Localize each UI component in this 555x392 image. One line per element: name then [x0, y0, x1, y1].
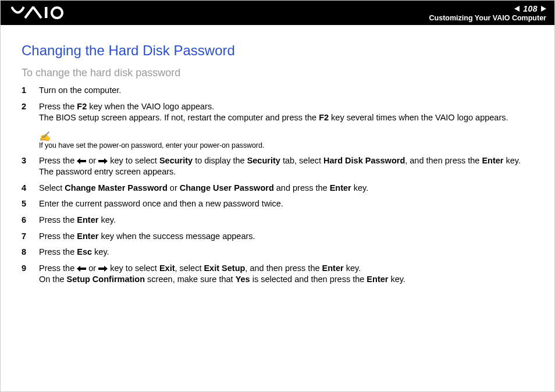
step-2: Press the F2 key when the VAIO logo appe… — [22, 101, 533, 129]
content-area: Changing the Hard Disk Password To chang… — [1, 25, 554, 290]
next-page-icon[interactable] — [541, 6, 546, 12]
header-bar: 108 Customizing Your VAIO Computer — [1, 1, 554, 25]
page-navigation: 108 — [429, 4, 546, 14]
prev-page-icon[interactable] — [514, 6, 520, 12]
section-title: Customizing Your VAIO Computer — [429, 14, 546, 23]
steps-list-cont: Press the or key to select Security to d… — [22, 155, 533, 290]
step-9: Press the or key to select Exit, select … — [22, 263, 533, 290]
note-icon: ✍ — [39, 132, 533, 141]
step-text: Turn on the computer. — [39, 85, 121, 95]
page-number: 108 — [523, 4, 538, 14]
step-6: Press the Enter key. — [22, 215, 533, 231]
arrow-right-icon — [98, 158, 108, 164]
arrow-left-icon — [77, 266, 86, 272]
step-3: Press the or key to select Security to d… — [22, 155, 533, 183]
arrow-right-icon — [98, 266, 108, 272]
steps-list: Turn on the computer. Press the F2 key w… — [22, 85, 533, 129]
note-text: If you have set the power-on password, e… — [39, 141, 264, 149]
vaio-logo — [11, 1, 75, 25]
note-block: ✍ If you have set the power-on password,… — [39, 132, 533, 149]
vaio-logo-icon — [11, 6, 75, 19]
svg-rect-0 — [45, 7, 48, 18]
arrow-left-icon — [77, 158, 86, 164]
document-page: 108 Customizing Your VAIO Computer Chang… — [0, 0, 555, 392]
step-5: Enter the current password once and then… — [22, 198, 533, 215]
page-subtitle: To change the hard disk password — [22, 67, 533, 79]
step-7: Press the Enter key when the success mes… — [22, 231, 533, 247]
step-1: Turn on the computer. — [22, 85, 533, 101]
page-title: Changing the Hard Disk Password — [22, 42, 533, 59]
step-8: Press the Esc key. — [22, 247, 533, 263]
step-4: Select Change Master Password or Change … — [22, 183, 533, 199]
header-right: 108 Customizing Your VAIO Computer — [429, 3, 546, 23]
svg-point-1 — [52, 8, 62, 18]
